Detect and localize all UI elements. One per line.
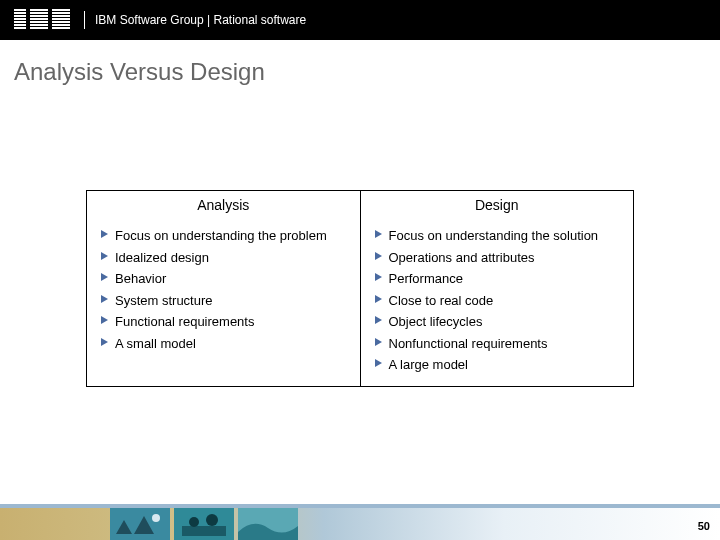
page-number: 50	[698, 520, 710, 532]
svg-rect-8	[48, 9, 52, 31]
svg-rect-1	[14, 12, 70, 14]
table-cell-analysis: Focus on understanding the problem Ideal…	[87, 221, 361, 386]
list-item: Close to real code	[375, 290, 624, 312]
svg-rect-7	[26, 9, 30, 31]
list-item: System structure	[101, 290, 350, 312]
svg-rect-5	[14, 24, 70, 26]
svg-rect-2	[14, 15, 70, 17]
svg-rect-3	[14, 18, 70, 20]
header-bar: IBM Software Group | Rational software	[0, 0, 720, 40]
table-header-design: Design	[360, 191, 634, 222]
list-item: A large model	[375, 354, 624, 376]
svg-point-14	[206, 514, 218, 526]
list-item: Idealized design	[101, 247, 350, 269]
footer-art-2-icon	[174, 508, 234, 540]
list-item: A small model	[101, 333, 350, 355]
svg-point-13	[189, 517, 199, 527]
list-item: Operations and attributes	[375, 247, 624, 269]
list-item: Focus on understanding the problem	[101, 225, 350, 247]
table-cell-design: Focus on understanding the solution Oper…	[360, 221, 634, 386]
list-item: Functional requirements	[101, 311, 350, 333]
header-divider	[84, 11, 85, 29]
svg-rect-0	[14, 9, 70, 11]
ibm-logo-icon	[14, 9, 70, 31]
list-item: Behavior	[101, 268, 350, 290]
list-item: Performance	[375, 268, 624, 290]
list-item: Focus on understanding the solution	[375, 225, 624, 247]
header-group-text: IBM Software Group | Rational software	[95, 13, 306, 27]
svg-rect-4	[14, 21, 70, 23]
footer-bar: 50	[0, 504, 720, 540]
comparison-table: Analysis Design Focus on understanding t…	[86, 190, 634, 387]
list-item: Object lifecycles	[375, 311, 624, 333]
svg-point-10	[152, 514, 160, 522]
svg-rect-6	[14, 27, 70, 29]
list-item: Nonfunctional requirements	[375, 333, 624, 355]
footer-art-1-icon	[110, 508, 170, 540]
table-header-analysis: Analysis	[87, 191, 361, 222]
slide-title: Analysis Versus Design	[0, 40, 720, 86]
svg-rect-12	[182, 526, 226, 536]
footer-art-3-icon	[238, 508, 298, 540]
